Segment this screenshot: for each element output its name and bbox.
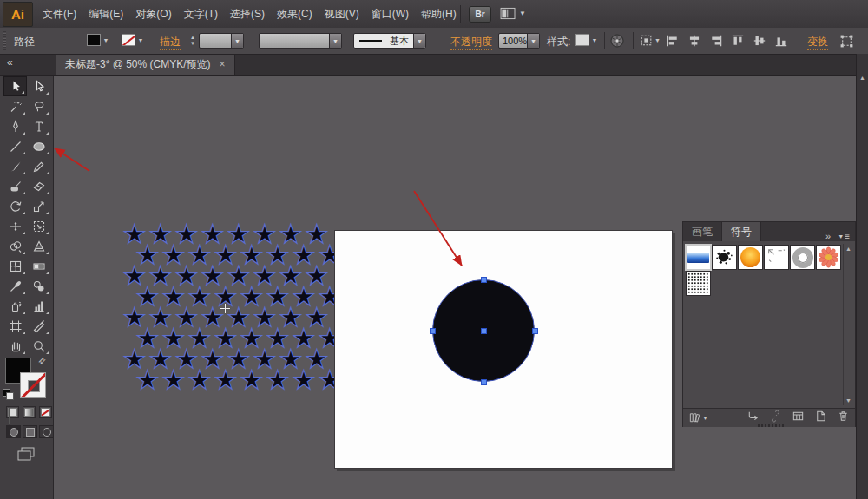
star-pattern-artwork[interactable]: ★★★★★★★★★★★★★★★★★★★★★★★★★★★★★★★★★★★★★★★★… xyxy=(122,224,343,391)
blend-tool[interactable] xyxy=(27,276,50,296)
scroll-up-icon[interactable]: ▲ xyxy=(845,246,852,252)
panel-expand-icon[interactable]: » xyxy=(825,231,831,241)
chevron-down-icon[interactable]: ▼ xyxy=(413,34,425,48)
scrollbar-vertical[interactable]: ▲ xyxy=(856,54,868,499)
align-horizontal-left-button[interactable] xyxy=(665,33,681,52)
fill-color-swatch[interactable] xyxy=(87,34,101,46)
recolor-artwork-button[interactable] xyxy=(609,33,625,49)
default-colors-icon[interactable] xyxy=(3,389,13,399)
chevron-down-icon[interactable]: ▼ xyxy=(589,34,600,46)
eyedropper-tool[interactable] xyxy=(3,276,27,296)
menu-item-view[interactable]: 视图(V) xyxy=(319,0,365,28)
width-profile-combo[interactable]: ▼ xyxy=(259,33,342,49)
star-shape[interactable]: ★ xyxy=(265,370,291,391)
tab-brushes[interactable]: 画笔 xyxy=(683,222,721,241)
align-horizontal-right-button[interactable] xyxy=(708,33,724,52)
collapse-panel-icon[interactable]: « xyxy=(7,56,13,69)
chevron-down-icon[interactable]: ▼ xyxy=(231,34,243,48)
menu-item-edit[interactable]: 编辑(E) xyxy=(82,0,129,28)
screen-mode-button[interactable] xyxy=(16,446,36,465)
draw-normal-button[interactable] xyxy=(6,425,21,438)
selection-tool[interactable] xyxy=(3,76,27,96)
brush-definition-combo[interactable]: 基本 ▼ xyxy=(353,33,426,49)
align-vertical-bottom-button[interactable] xyxy=(773,33,789,52)
new-symbol-button[interactable] xyxy=(814,410,827,426)
shape-builder-tool[interactable] xyxy=(3,236,27,256)
align-vertical-center-button[interactable] xyxy=(752,33,767,52)
center-point[interactable] xyxy=(481,328,487,334)
type-tool[interactable] xyxy=(27,116,50,136)
halftone-pattern-symbol[interactable] xyxy=(686,271,711,296)
align-to-selection-button[interactable]: ▼ xyxy=(639,33,661,48)
draw-behind-button[interactable] xyxy=(23,425,37,438)
paintbrush-tool[interactable] xyxy=(3,156,27,176)
menu-item-window[interactable]: 窗口(W) xyxy=(365,0,415,28)
document-tab[interactable]: 未标题-3* @ 50% (CMYK/预览) × xyxy=(56,54,235,75)
scroll-up-icon[interactable]: ▲ xyxy=(859,75,865,81)
scroll-down-icon[interactable]: ▼ xyxy=(845,397,852,404)
star-shape[interactable]: ★ xyxy=(239,370,265,391)
lasso-tool[interactable] xyxy=(27,96,50,116)
pen-tool[interactable] xyxy=(3,116,27,136)
align-horizontal-center-button[interactable] xyxy=(687,33,702,52)
chevron-down-icon[interactable]: ▼ xyxy=(101,34,111,46)
rotate-tool[interactable] xyxy=(3,196,27,216)
star-shape[interactable]: ★ xyxy=(135,370,161,391)
stroke-weight-combo[interactable]: ▼ xyxy=(199,33,244,49)
hand-tool[interactable] xyxy=(3,336,27,356)
bounding-box-button[interactable] xyxy=(838,33,854,49)
star-shape[interactable]: ★ xyxy=(187,370,213,391)
free-transform-tool[interactable] xyxy=(27,216,50,236)
chevron-down-icon[interactable]: ▼ xyxy=(135,34,146,46)
anchor-point-top[interactable] xyxy=(481,277,487,283)
column-graph-tool[interactable] xyxy=(27,296,50,316)
gray-ring-symbol[interactable] xyxy=(790,245,815,270)
artboard-tool[interactable] xyxy=(3,316,27,336)
stroke-panel-link[interactable]: 描边 xyxy=(160,35,181,50)
delete-symbol-button[interactable] xyxy=(837,410,850,426)
style-swatch[interactable] xyxy=(575,34,589,46)
orange-orb-symbol[interactable] xyxy=(738,245,763,270)
ellipse-tool[interactable] xyxy=(27,136,50,156)
zoom-tool[interactable] xyxy=(27,336,50,356)
color-gradient-button[interactable] xyxy=(23,406,36,418)
stroke-color-indicator[interactable] xyxy=(20,372,46,398)
tab-close-icon[interactable]: × xyxy=(220,58,226,70)
slice-tool[interactable] xyxy=(27,316,50,336)
direct-selection-tool[interactable] xyxy=(27,76,50,96)
width-tool[interactable] xyxy=(3,216,27,236)
symbol-options-button[interactable] xyxy=(792,410,805,426)
align-vertical-top-button[interactable] xyxy=(730,33,746,52)
draw-inside-button[interactable] xyxy=(39,425,54,438)
transform-panel-link[interactable]: 变换 xyxy=(807,35,828,50)
opacity-panel-link[interactable]: 不透明度 xyxy=(450,35,492,50)
star-shape[interactable]: ★ xyxy=(213,370,239,391)
stroke-color-control[interactable]: ▼ xyxy=(122,34,146,46)
scale-tool[interactable] xyxy=(27,196,50,216)
fill-color-control[interactable]: ▼ xyxy=(87,34,111,46)
anchor-point-bottom[interactable] xyxy=(481,379,487,385)
color-none-button[interactable] xyxy=(39,406,52,418)
magic-wand-tool[interactable] xyxy=(3,96,27,116)
eraser-tool[interactable] xyxy=(27,176,50,196)
menu-item-help[interactable]: 帮助(H) xyxy=(415,0,463,28)
flower-symbol[interactable] xyxy=(816,245,841,270)
panel-resize-grip[interactable] xyxy=(758,424,784,427)
star-shape[interactable]: ★ xyxy=(291,370,317,391)
chevron-down-icon[interactable]: ▼ xyxy=(329,34,341,48)
ink-splat-symbol[interactable] xyxy=(712,245,737,270)
line-segment-tool[interactable] xyxy=(3,136,27,156)
swap-fill-stroke-icon[interactable]: ⇄ xyxy=(36,355,48,367)
chevron-down-icon[interactable]: ▼ xyxy=(527,34,539,48)
app-logo[interactable]: Ai xyxy=(3,2,33,27)
workspace-switcher-button[interactable]: ▼ xyxy=(500,7,526,20)
menu-item-file[interactable]: 文件(F) xyxy=(36,0,82,28)
perspective-grid-tool[interactable] xyxy=(27,236,50,256)
blob-brush-tool[interactable] xyxy=(3,176,27,196)
mesh-tool[interactable] xyxy=(3,256,27,276)
symbol-libraries-menu-button[interactable]: ▼ xyxy=(688,411,708,424)
registration-marks-symbol[interactable] xyxy=(764,245,789,270)
panel-scrollbar[interactable]: ▲ ▼ xyxy=(843,244,853,405)
artboard[interactable] xyxy=(334,230,673,469)
menu-item-select[interactable]: 选择(S) xyxy=(224,0,271,28)
